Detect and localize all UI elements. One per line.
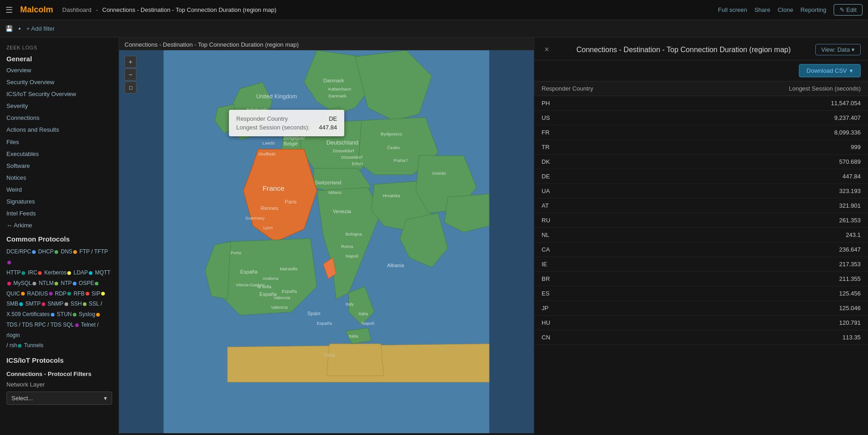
- proto-ldap[interactable]: LDAP: [74, 269, 88, 276]
- proto-radius[interactable]: RADIUS: [27, 290, 48, 297]
- tooltip-session-value: 447.84: [319, 124, 337, 131]
- sidebar-item-signatures[interactable]: Signatures: [0, 196, 119, 208]
- sidebar-item-severity[interactable]: Severity: [0, 100, 119, 112]
- row-session: 321.901: [701, 202, 861, 209]
- proto-smtp[interactable]: SMTP: [25, 301, 40, 307]
- content-area: Connections - Destination - Top Connecti…: [119, 38, 868, 435]
- sidebar-item-intel[interactable]: Intel Feeds: [0, 208, 119, 220]
- edit-button[interactable]: ✎ Edit: [834, 4, 863, 16]
- sidebar-item-ics-security[interactable]: ICS/IoT Security Overview: [0, 88, 119, 100]
- zoom-out-button[interactable]: −: [125, 69, 136, 81]
- network-layer-dropdown[interactable]: Select... ▾: [6, 392, 112, 405]
- row-session: 113.35: [701, 334, 861, 341]
- save-button[interactable]: 💾: [5, 25, 13, 32]
- sidebar-item-executables[interactable]: Executables: [0, 148, 119, 160]
- sidebar-item-notices[interactable]: Notices: [0, 172, 119, 184]
- view-data-label: View: Data: [821, 46, 850, 53]
- sidebar-item-security-overview[interactable]: Security Overview: [0, 76, 119, 88]
- proto-rsh[interactable]: rsh: [10, 342, 17, 349]
- table-row: HU 120.791: [534, 316, 868, 330]
- svg-text:Praha?: Praha?: [393, 158, 408, 163]
- dot-8: [89, 271, 92, 275]
- svg-text:Porto: Porto: [231, 250, 242, 255]
- breadcrumb-separator: -: [96, 6, 98, 13]
- proto-rfb[interactable]: RFB: [74, 290, 85, 297]
- common-protocols-title: Common Protocols: [0, 231, 119, 245]
- table-row: TR 999: [534, 140, 868, 155]
- close-panel-button[interactable]: ×: [542, 44, 552, 55]
- row-session: 125.456: [701, 290, 861, 297]
- proto-syslog[interactable]: Syslog: [79, 311, 95, 317]
- row-session: 8,099.336: [701, 129, 861, 136]
- reporting-link[interactable]: Reporting: [801, 6, 826, 13]
- proto-ssh[interactable]: SSH: [71, 301, 82, 307]
- proto-mysql[interactable]: MySQL: [13, 280, 32, 286]
- table-row: CN 113.35: [534, 330, 868, 345]
- proto-dce-rpc[interactable]: DCE/RPC: [6, 248, 31, 255]
- proto-http[interactable]: HTTP: [6, 269, 21, 276]
- fullscreen-link[interactable]: Full screen: [718, 6, 747, 13]
- proto-tunnels[interactable]: Tunnels: [24, 342, 43, 349]
- proto-dns[interactable]: DNS: [61, 248, 72, 255]
- share-link[interactable]: Share: [754, 6, 770, 13]
- dot-1: [32, 250, 36, 254]
- proto-ntp[interactable]: NTP: [61, 280, 72, 286]
- clone-link[interactable]: Clone: [778, 6, 793, 13]
- proto-quic[interactable]: QUIC: [6, 290, 20, 297]
- dashboard-link[interactable]: Dashboard: [62, 6, 92, 13]
- proto-ntlm[interactable]: NTLM: [39, 280, 54, 286]
- proto-tds-sql[interactable]: TDS SQL: [50, 322, 74, 328]
- proto-mqtt[interactable]: MQTT: [95, 269, 110, 276]
- proto-dhcp[interactable]: DHCP: [38, 248, 54, 255]
- row-country: BR: [542, 275, 701, 282]
- proto-smb[interactable]: SMB: [6, 301, 18, 307]
- zoom-in-button[interactable]: +: [125, 56, 136, 68]
- dot-12: [73, 282, 76, 285]
- proto-irc[interactable]: IRC: [28, 269, 38, 276]
- row-country: CA: [542, 246, 701, 253]
- row-session: 211.355: [701, 275, 861, 282]
- logo-text-2: lm: [43, 5, 53, 15]
- proto-kerberos[interactable]: Kerberos: [44, 269, 67, 276]
- map-container[interactable]: + − ◻: [119, 50, 534, 433]
- svg-text:Rennes: Rennes: [260, 205, 278, 211]
- proto-x509[interactable]: X.509 Certificates: [6, 311, 50, 317]
- add-filter-button[interactable]: + Add filter: [27, 25, 55, 32]
- sidebar-item-actions[interactable]: Actions and Results: [0, 124, 119, 136]
- svg-text:la vella: la vella: [257, 284, 271, 289]
- sidebar-item-arkime[interactable]: ↔ Arkime: [0, 220, 119, 231]
- sidebar-item-connections[interactable]: Connections: [0, 112, 119, 124]
- svg-text:Venezia: Venezia: [333, 209, 351, 214]
- dot-16: [67, 292, 71, 295]
- row-country: DE: [542, 173, 701, 180]
- row-session: 236.647: [701, 246, 861, 253]
- svg-text:Bydgoszcz: Bydgoszcz: [381, 131, 402, 136]
- proto-ospe[interactable]: OSPE: [79, 280, 94, 286]
- proto-ftp[interactable]: FTP: [79, 248, 89, 255]
- proto-stun[interactable]: STUN: [57, 311, 72, 317]
- sidebar-item-overview[interactable]: Overview: [0, 64, 119, 76]
- topbar: ☰ Malcolm Dashboard - Connections - Dest…: [0, 0, 868, 20]
- map-tooltip: Responder Country DE Longest Session (se…: [229, 110, 344, 136]
- proto-tds-rpc[interactable]: TDS RPC: [22, 322, 46, 328]
- sidebar-item-software[interactable]: Software: [0, 160, 119, 172]
- proto-tds[interactable]: TDS: [6, 322, 17, 328]
- svg-text:Valencia: Valencia: [273, 295, 290, 300]
- zoom-reset-button[interactable]: ◻: [125, 81, 136, 93]
- row-country: HU: [542, 319, 701, 326]
- svg-text:Tunis: Tunis: [323, 352, 336, 358]
- sidebar-item-weird[interactable]: Weird: [0, 184, 119, 196]
- view-data-button[interactable]: View: Data ▾: [815, 44, 861, 55]
- proto-tftp[interactable]: TFTP: [94, 248, 108, 255]
- select-placeholder: Select...: [11, 395, 33, 402]
- proto-ssl[interactable]: SSL: [89, 301, 99, 307]
- download-csv-button[interactable]: Download CSV ▾: [799, 64, 861, 77]
- proto-sip[interactable]: SIP: [92, 290, 100, 297]
- svg-text:Andorra: Andorra: [263, 276, 279, 281]
- sidebar-item-files[interactable]: Files: [0, 136, 119, 148]
- dot-13: [95, 282, 98, 285]
- dot-3: [73, 250, 77, 254]
- proto-snmp[interactable]: SNMP: [48, 301, 64, 307]
- menu-icon[interactable]: ☰: [5, 5, 13, 15]
- proto-rdp[interactable]: RDP: [55, 290, 66, 297]
